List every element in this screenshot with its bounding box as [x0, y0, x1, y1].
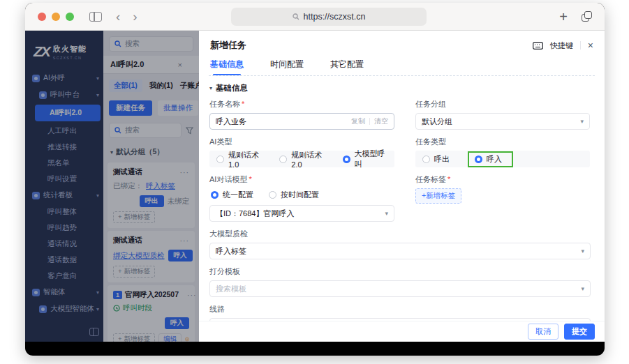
field-score-template: 打分模板 搜索模板 ▾	[209, 266, 591, 297]
radio-icon	[279, 156, 287, 163]
radio-by-time-config[interactable]: 按时间配置	[269, 190, 319, 200]
ai-model-select[interactable]: 【ID：7684】官网呼入 ▾	[209, 205, 394, 222]
radio-inbound[interactable]: 呼入	[475, 154, 502, 165]
field-task-type: 任务类型 呼出 呼入	[415, 137, 590, 167]
radio-rule-script-1[interactable]: 规则话术1.0	[216, 150, 264, 169]
traffic-lights	[38, 13, 74, 21]
chevron-down-icon: ▾	[581, 248, 584, 255]
field-ai-model: AI对话模型 统一配置 按时间配置 【ID：7684】官网呼入 ▾	[209, 174, 394, 222]
radio-llm-call[interactable]: 大模型呼叫	[343, 149, 387, 169]
field-ai-type: AI类型 规则话术1.0 规则话术2.0 大模型呼叫	[209, 137, 394, 167]
chevron-down-icon: ▾	[580, 118, 584, 125]
task-name-input[interactable]	[216, 117, 351, 126]
radio-unified-config[interactable]: 统一配置	[211, 190, 253, 200]
browser-toolbar: ‹ › https://sczxst.cn +	[25, 3, 605, 31]
url-text: https://sczxst.cn	[304, 12, 366, 22]
copy-button[interactable]: 复制	[351, 116, 365, 126]
close-drawer-icon[interactable]: ×	[588, 40, 593, 51]
task-group-select[interactable]: 默认分组 ▾	[415, 113, 590, 130]
radio-outbound[interactable]: 呼出	[422, 154, 450, 165]
radio-selected-icon	[343, 156, 350, 163]
modal-overlay	[25, 31, 199, 342]
new-tab-icon[interactable]: +	[559, 10, 568, 24]
quality-select[interactable]: 呼入标签 ▾	[209, 243, 591, 259]
field-task-group: 任务分组 默认分组 ▾	[415, 99, 590, 130]
new-task-drawer: 新增任务 快捷键 × 基础信息 时间配置 其它配置 ▾	[199, 31, 605, 342]
sidebar-toggle-icon[interactable]	[89, 12, 102, 22]
tab-other-config[interactable]: 其它配置	[330, 59, 364, 75]
tab-basic-info[interactable]: 基础信息	[210, 59, 244, 75]
radio-icon	[269, 191, 276, 199]
chevron-down-icon: ▾	[385, 210, 388, 217]
field-task-name: 任务名称 复制 清空	[209, 99, 394, 130]
drawer-title: 新增任务	[210, 39, 246, 52]
chevron-down-icon: ▾	[581, 285, 584, 292]
close-window-button[interactable]	[38, 13, 46, 21]
submit-button[interactable]: 提交	[564, 324, 595, 340]
field-task-tag: 任务标签 +新增标签	[415, 174, 590, 222]
radio-rule-script-2[interactable]: 规则话术2.0	[279, 150, 327, 169]
radio-icon	[422, 156, 430, 163]
shortcut-keys-button[interactable]: 快捷键	[550, 40, 573, 51]
cancel-button[interactable]: 取消	[528, 324, 558, 340]
url-bar[interactable]: https://sczxst.cn	[231, 8, 427, 26]
minimize-window-button[interactable]	[52, 13, 60, 21]
basic-info-section-header[interactable]: ▾ 基础信息	[209, 83, 591, 93]
browser-window: ‹ › https://sczxst.cn + ZX 欣火智能 SCZXST.C…	[25, 3, 605, 356]
field-llm-quality: 大模型质检 呼入标签 ▾	[209, 229, 591, 259]
screenshot-canvas: ‹ › https://sczxst.cn + ZX 欣火智能 SCZXST.C…	[0, 0, 629, 364]
score-template-select[interactable]: 搜索模板 ▾	[209, 280, 591, 297]
clear-button[interactable]: 清空	[374, 116, 388, 126]
highlight-annotation-box: 呼入	[468, 151, 513, 167]
chevron-down-icon: ▾	[209, 85, 212, 91]
radio-icon	[216, 156, 224, 163]
drawer-footer: 取消 提交	[199, 321, 605, 342]
add-task-tag-button[interactable]: +新增标签	[415, 188, 461, 204]
back-icon[interactable]: ‹	[116, 10, 120, 23]
tab-time-config[interactable]: 时间配置	[270, 59, 304, 75]
zoom-window-button[interactable]	[66, 13, 74, 21]
tab-overview-icon[interactable]	[582, 11, 592, 22]
radio-selected-icon	[475, 156, 482, 163]
task-name-input-wrap: 复制 清空	[209, 113, 394, 130]
page-content: ZX 欣火智能 SCZXST.CN AI外呼▾ 呼叫中台▾ AI呼叫2.0 人工…	[25, 31, 605, 342]
forward-icon[interactable]: ›	[133, 10, 137, 23]
radio-selected-icon	[211, 191, 219, 199]
keyboard-icon	[533, 42, 543, 50]
search-icon	[293, 13, 299, 20]
